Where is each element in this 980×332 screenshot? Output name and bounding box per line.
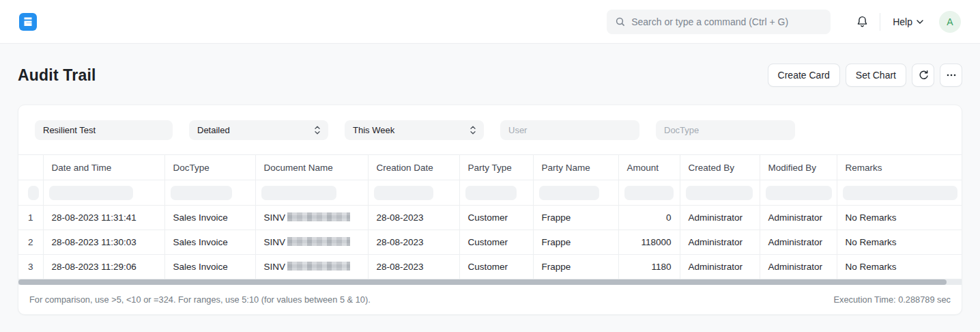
doctype-filter-input[interactable]: DocType	[656, 120, 795, 140]
column-filter-input[interactable]	[261, 186, 336, 200]
erpnext-logo-icon	[23, 16, 33, 27]
filter-hint-text: For comparison, use >5, <10 or =324. For…	[29, 294, 371, 305]
cell-modified-by[interactable]: Administrator	[760, 255, 837, 279]
redacted-text-blur	[287, 237, 350, 246]
cell-document-name[interactable]: SINV	[255, 255, 368, 279]
column-filter-input[interactable]	[686, 186, 753, 200]
column-filter-input[interactable]	[539, 186, 599, 200]
table-row: 2 28-08-2023 11:30:03 Sales Invoice SINV…	[18, 230, 962, 255]
cell-remarks[interactable]: No Remarks	[837, 206, 962, 230]
cell-remarks[interactable]: No Remarks	[837, 230, 962, 255]
cell-created-by[interactable]: Administrator	[680, 255, 760, 279]
row-number[interactable]: 1	[18, 206, 43, 230]
cell-created-by[interactable]: Administrator	[680, 230, 760, 255]
search-placeholder: Search or type a command (Ctrl + G)	[631, 16, 788, 27]
column-header[interactable]: Document Name	[255, 155, 368, 180]
column-header[interactable]: Amount	[618, 155, 680, 180]
column-filter-input[interactable]	[374, 186, 433, 200]
scrollbar-thumb[interactable]	[18, 279, 947, 285]
refresh-button[interactable]	[912, 64, 934, 87]
cell-date-time[interactable]: 28-08-2023 11:31:41	[43, 206, 164, 230]
help-label: Help	[893, 16, 912, 27]
cell-doctype[interactable]: Sales Invoice	[164, 230, 255, 255]
view-mode-select[interactable]: Detailed	[189, 120, 328, 140]
report-page: Audit Trail Create Card Set Chart	[0, 64, 980, 315]
chevron-updown-icon	[315, 126, 320, 135]
cell-party-name[interactable]: Frappe	[533, 230, 618, 255]
cell-party-type[interactable]: Customer	[459, 255, 533, 279]
help-menu-button[interactable]: Help	[893, 16, 923, 27]
row-number[interactable]: 3	[18, 255, 43, 279]
notifications-button[interactable]	[856, 15, 869, 29]
cell-document-name[interactable]: SINV	[255, 230, 368, 255]
column-filter-row	[18, 180, 962, 206]
row-number[interactable]: 2	[18, 230, 43, 255]
column-header[interactable]: Party Type	[459, 155, 533, 180]
cell-creation-date[interactable]: 28-08-2023	[368, 255, 459, 279]
report-name-input[interactable]: Resilient Test	[35, 120, 173, 140]
avatar[interactable]: A	[939, 11, 961, 33]
table-row: 1 28-08-2023 11:31:41 Sales Invoice SINV…	[18, 206, 962, 230]
cell-party-type[interactable]: Customer	[459, 206, 533, 230]
column-header[interactable]: DocType	[164, 155, 255, 180]
chevron-down-icon	[917, 20, 923, 24]
execution-time: Execution Time: 0.288789 sec	[834, 294, 951, 305]
bell-icon	[856, 15, 869, 29]
cell-amount[interactable]: 0	[618, 206, 680, 230]
set-chart-button[interactable]: Set Chart	[846, 64, 906, 87]
user-filter-input[interactable]: User	[500, 120, 639, 140]
cell-document-name[interactable]: SINV	[255, 206, 368, 230]
more-menu-button[interactable]	[940, 64, 962, 87]
redacted-text-blur	[287, 212, 350, 221]
column-filter-input[interactable]	[171, 186, 232, 200]
avatar-letter: A	[947, 16, 953, 27]
cell-date-time[interactable]: 28-08-2023 11:30:03	[43, 230, 164, 255]
date-range-select[interactable]: This Week	[345, 120, 484, 140]
chevron-updown-icon	[470, 126, 476, 135]
cell-modified-by[interactable]: Administrator	[760, 206, 837, 230]
column-header[interactable]: Date and Time	[43, 155, 164, 180]
cell-doctype[interactable]: Sales Invoice	[164, 206, 255, 230]
cell-remarks[interactable]: No Remarks	[837, 255, 962, 279]
column-header[interactable]: Created By	[680, 155, 760, 180]
column-header[interactable]: Remarks	[837, 155, 962, 180]
page-actions: Create Card Set Chart	[768, 64, 962, 87]
navbar-divider	[880, 13, 880, 31]
column-header[interactable]: Modified By	[760, 155, 837, 180]
column-filter-input[interactable]	[28, 186, 39, 200]
cell-created-by[interactable]: Administrator	[680, 206, 760, 230]
cell-party-name[interactable]: Frappe	[533, 255, 618, 279]
horizontal-scrollbar[interactable]	[18, 279, 962, 285]
refresh-icon	[918, 70, 929, 81]
column-header[interactable]: Party Name	[533, 155, 618, 180]
cell-party-name[interactable]: Frappe	[533, 206, 618, 230]
search-input[interactable]: Search or type a command (Ctrl + G)	[607, 10, 831, 34]
column-filter-input[interactable]	[843, 186, 957, 200]
cell-doctype[interactable]: Sales Invoice	[164, 255, 255, 279]
column-header[interactable]: Creation Date	[368, 155, 459, 180]
column-filter-input[interactable]	[49, 186, 133, 200]
report-footer: For comparison, use >5, <10 or =324. For…	[18, 285, 962, 314]
cell-party-type[interactable]: Customer	[459, 230, 533, 255]
cell-modified-by[interactable]: Administrator	[760, 230, 837, 255]
redacted-text-blur	[287, 262, 350, 271]
page-title: Audit Trail	[18, 66, 96, 85]
cell-amount[interactable]: 1180	[618, 255, 680, 279]
cell-creation-date[interactable]: 28-08-2023	[368, 230, 459, 255]
report-card: Resilient Test Detailed This Week	[18, 105, 962, 315]
table-header-row: Date and Time DocType Document Name Crea…	[18, 155, 962, 180]
report-table: Date and Time DocType Document Name Crea…	[18, 154, 962, 279]
filter-bar: Resilient Test Detailed This Week	[18, 105, 962, 154]
ellipsis-icon	[947, 74, 956, 77]
table-row: 3 28-08-2023 11:29:06 Sales Invoice SINV…	[18, 255, 962, 279]
column-filter-input[interactable]	[624, 186, 674, 200]
cell-creation-date[interactable]: 28-08-2023	[368, 206, 459, 230]
app-logo[interactable]	[19, 13, 37, 31]
create-card-button[interactable]: Create Card	[768, 64, 840, 87]
column-filter-input[interactable]	[766, 186, 832, 200]
search-icon	[615, 16, 626, 27]
cell-date-time[interactable]: 28-08-2023 11:29:06	[43, 255, 164, 279]
navbar: Search or type a command (Ctrl + G) Help…	[0, 0, 980, 44]
column-filter-input[interactable]	[465, 186, 517, 200]
cell-amount[interactable]: 118000	[618, 230, 680, 255]
